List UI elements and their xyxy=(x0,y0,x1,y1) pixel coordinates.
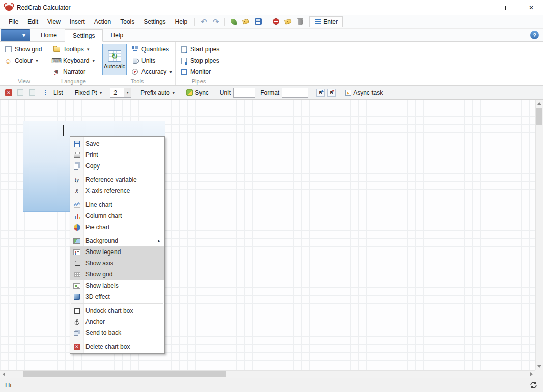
window-title: RedCrab Calculator xyxy=(17,4,70,11)
copy-icon xyxy=(29,89,35,96)
autocalc-button[interactable]: Autocalc xyxy=(102,44,127,75)
leaf-button[interactable] xyxy=(228,17,239,27)
menu-insert[interactable]: Insert xyxy=(65,16,90,27)
redcrab-app-icon xyxy=(5,5,13,11)
keyboard-button[interactable]: ⌨ Keyboard ▾ xyxy=(51,55,97,66)
undo-button[interactable]: ↶ xyxy=(198,17,209,27)
prefix-dropdown[interactable]: Prefix auto ▾ xyxy=(138,87,177,98)
delete-icon: ✕ xyxy=(72,342,81,351)
list-button[interactable]: List xyxy=(42,87,66,98)
reference-variable-icon: ty xyxy=(72,175,81,184)
menu-item-delete-chart-box[interactable]: ✕ Delete chart box xyxy=(70,341,164,352)
ribbon-group-language: Tooltips ▾ ⌨ Keyboard ▾ Narrator Languag… xyxy=(48,42,99,85)
menu-action[interactable]: Action xyxy=(90,16,116,27)
monitor-button[interactable]: Monitor xyxy=(179,66,220,77)
scroll-down-button[interactable] xyxy=(536,362,543,370)
app-menu-button[interactable]: ▾ xyxy=(1,29,30,41)
minimize-button[interactable] xyxy=(473,0,496,15)
show-grid-button[interactable]: Show grid xyxy=(3,44,46,55)
group-label-language: Language xyxy=(48,78,99,85)
sync-button[interactable]: Sync xyxy=(184,87,211,98)
unit-label: Unit xyxy=(220,89,231,96)
menu-item-reference-variable[interactable]: ty Reference variable xyxy=(70,174,164,185)
menu-item-show-legend[interactable]: Show legend xyxy=(70,246,164,258)
menu-item-show-axis[interactable]: Show axis xyxy=(70,258,164,269)
redo-button[interactable]: ↷ xyxy=(211,17,221,27)
menu-item-pie-chart[interactable]: Pie chart xyxy=(70,221,164,233)
menu-item-save[interactable]: Save xyxy=(70,138,164,149)
fixed-pt-dropdown[interactable]: Fixed Pt ▾ xyxy=(72,87,105,98)
menu-settings[interactable]: Settings xyxy=(139,16,170,27)
sync-label: Sync xyxy=(195,89,209,96)
scroll-right-button[interactable] xyxy=(528,371,535,378)
menu-item-copy[interactable]: Copy xyxy=(70,160,164,172)
menu-file[interactable]: File xyxy=(4,16,23,27)
quantities-button[interactable]: Quantities xyxy=(130,44,173,55)
menu-item-show-labels[interactable]: Show labels xyxy=(70,280,164,291)
tag-button[interactable] xyxy=(241,17,251,27)
narrator-button[interactable]: Narrator xyxy=(51,66,97,77)
enter-button[interactable]: Enter xyxy=(309,16,343,27)
menu-item-background[interactable]: Background ▸ xyxy=(70,235,164,246)
tab-help[interactable]: Help xyxy=(103,29,131,41)
menu-item-column-chart[interactable]: Column chart xyxy=(70,210,164,221)
menu-separator xyxy=(71,303,163,304)
monitor-icon xyxy=(180,68,188,76)
scroll-up-button[interactable] xyxy=(536,100,543,107)
chevron-down-icon[interactable]: ▾ xyxy=(124,88,131,97)
precision-combobox[interactable]: 2 ▾ xyxy=(110,88,131,98)
menu-item-anchor[interactable]: Anchor xyxy=(70,316,164,327)
format-input[interactable] xyxy=(282,88,308,98)
horizontal-scrollbar-thumb[interactable] xyxy=(23,371,226,377)
menu-item-show-grid[interactable]: Show grid xyxy=(70,269,164,280)
close-button[interactable]: ✕ xyxy=(520,0,543,15)
menu-item-send-to-back[interactable]: Send to back xyxy=(70,327,164,339)
submenu-arrow-icon: ▸ xyxy=(158,238,160,243)
tab-settings[interactable]: Settings xyxy=(65,29,103,42)
menu-item-undock-chart-box[interactable]: Undock chart box xyxy=(70,305,164,316)
menu-item-x-axis-reference[interactable]: x̄ X-axis reference xyxy=(70,185,164,197)
prefix-label: Prefix auto xyxy=(140,89,169,96)
start-pipes-button[interactable]: Start pipes xyxy=(179,44,220,55)
clear-button[interactable]: ✕ xyxy=(4,88,13,97)
speaker-icon xyxy=(52,68,61,76)
help-icon[interactable]: ? xyxy=(530,31,539,39)
unit-input[interactable] xyxy=(233,88,255,98)
menu-help[interactable]: Help xyxy=(170,16,192,27)
result-format-up-button[interactable] xyxy=(316,89,325,97)
menu-item-3d-effect[interactable]: 3D effect xyxy=(70,291,164,302)
scroll-left-button[interactable] xyxy=(0,371,8,378)
quantities-icon xyxy=(131,45,139,53)
accuracy-button[interactable]: Accuracy ▾ xyxy=(130,66,173,77)
chart-context-menu: Save Print Copy ty Reference variable x̄… xyxy=(70,136,165,354)
chevron-down-icon: ▾ xyxy=(22,32,25,39)
worksheet-grid[interactable]: Save Print Copy ty Reference variable x̄… xyxy=(0,100,535,370)
result-format-down-button[interactable] xyxy=(327,89,336,97)
stop-pipes-button[interactable]: Stop pipes xyxy=(179,55,220,66)
paste-button-disabled[interactable] xyxy=(16,88,25,97)
trash-button[interactable] xyxy=(295,17,305,27)
colour-button[interactable]: ☺ Colour ▾ xyxy=(3,55,46,66)
menu-item-print[interactable]: Print xyxy=(70,149,164,160)
stop-button[interactable] xyxy=(271,17,281,27)
bookmark-button[interactable] xyxy=(283,17,293,27)
save-button[interactable] xyxy=(253,17,263,27)
menu-edit[interactable]: Edit xyxy=(23,16,43,27)
refresh-button[interactable] xyxy=(529,381,538,389)
format-toolbar: ✕ List Fixed Pt ▾ 2 ▾ Prefix auto ▾ Sync… xyxy=(0,86,543,100)
async-task-button[interactable]: Async task xyxy=(342,87,385,98)
vertical-scrollbar[interactable] xyxy=(535,100,543,370)
copy-button-disabled[interactable] xyxy=(27,88,37,97)
menu-item-line-chart[interactable]: Line chart xyxy=(70,199,164,210)
chevron-right-icon xyxy=(530,372,533,376)
vertical-scrollbar-thumb[interactable] xyxy=(536,108,542,125)
tooltips-button[interactable]: Tooltips ▾ xyxy=(51,44,97,55)
tools-column: Quantities Units Accuracy ▾ xyxy=(130,44,173,77)
maximize-button[interactable] xyxy=(496,0,520,15)
horizontal-scrollbar[interactable] xyxy=(0,370,535,378)
tab-home[interactable]: Home xyxy=(33,29,65,41)
titlebar: RedCrab Calculator ✕ xyxy=(0,0,543,15)
menu-tools[interactable]: Tools xyxy=(116,16,139,27)
menu-view[interactable]: View xyxy=(43,16,65,27)
units-button[interactable]: Units xyxy=(130,55,173,66)
